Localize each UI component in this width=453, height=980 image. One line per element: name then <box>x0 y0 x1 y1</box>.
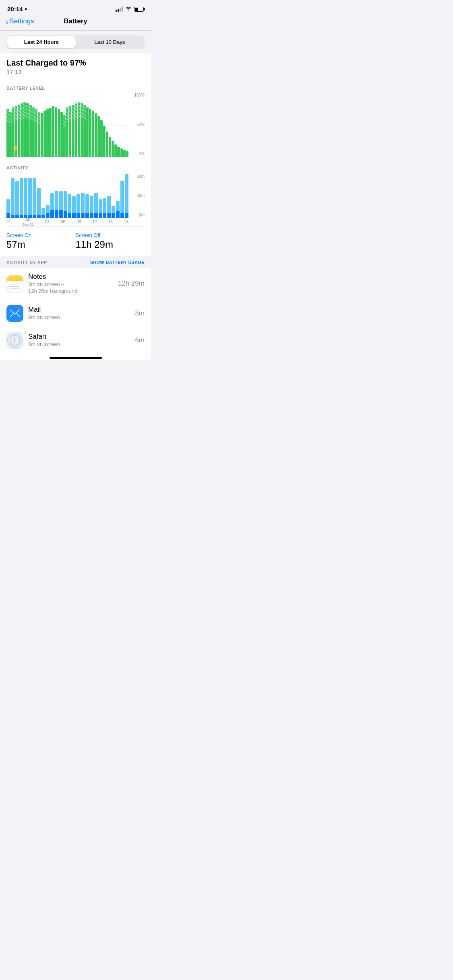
battery-bars-container <box>6 93 128 157</box>
battery-bar-38 <box>114 144 117 157</box>
activity-section: ACTIVITY 60m 30m 0m 21 00 Sep 21 03 06 0… <box>6 157 145 226</box>
activity-bar-group-24 <box>112 174 115 218</box>
safari-app-detail: 6m on screen <box>28 341 130 348</box>
battery-bar-27 <box>83 105 86 157</box>
activity-bar-group-17 <box>81 174 85 218</box>
battery-bar-19 <box>60 112 63 157</box>
battery-bar-7 <box>26 103 29 157</box>
time-range-segment: Last 24 Hours Last 10 Days <box>0 31 151 54</box>
app-row-safari: Safari 6m on screen 6m <box>0 327 151 354</box>
activity-bar-group-23 <box>107 174 111 218</box>
activity-bar-group-12 <box>59 174 63 218</box>
location-icon: ➤ <box>24 6 28 12</box>
screen-on-stat: Screen On 57m <box>6 232 76 250</box>
battery-y-50: 50% <box>137 122 145 127</box>
activity-bar-group-14 <box>68 174 71 218</box>
home-bar <box>50 357 102 359</box>
status-icons <box>116 6 144 12</box>
activity-bar-group-19 <box>90 174 93 218</box>
battery-bar-5 <box>21 103 23 157</box>
notes-app-info: Notes 3m on screen –12h 26m background <box>28 273 113 295</box>
activity-bar-group-22 <box>103 174 107 218</box>
battery-bar-35 <box>106 132 108 157</box>
battery-bar-26 <box>81 103 83 157</box>
charge-time: 17:13 <box>6 68 145 75</box>
battery-bar-16 <box>52 106 54 157</box>
safari-app-time: 6m <box>135 336 145 344</box>
activity-by-app-header: ACTIVITY BY APP SHOW BATTERY USAGE <box>0 256 151 268</box>
mail-app-detail: 8m on screen <box>28 314 130 321</box>
battery-chart: ⚡ 100% 50% 0% <box>6 93 145 157</box>
charge-title: Last Charged to 97% <box>6 58 145 68</box>
activity-y-labels: 60m 30m 0m <box>129 174 145 218</box>
segment-control: Last 24 Hours Last 10 Days <box>6 35 145 49</box>
battery-bar-9 <box>32 107 35 157</box>
x-sub-sep21: Sep 21 <box>22 222 34 227</box>
activity-x-labels: 21 00 Sep 21 03 06 09 12 15 18 <box>6 218 128 226</box>
x-label-09: 09 <box>77 220 81 224</box>
safari-app-name: Safari <box>28 333 130 341</box>
battery-y-labels: 100% 50% 0% <box>129 93 145 157</box>
x-label-00: 00 <box>26 218 30 222</box>
battery-bar-37 <box>112 141 114 157</box>
screen-on-value: 57m <box>6 239 76 250</box>
activity-bar-group-18 <box>85 174 89 218</box>
battery-bar-17 <box>55 107 57 157</box>
battery-bar-24 <box>75 103 77 157</box>
activity-bar-group-9 <box>46 174 50 218</box>
screen-stats: Screen On 57m Screen Off 11h 29m <box>0 226 151 256</box>
battery-bar-31 <box>95 113 97 157</box>
battery-bar-20 <box>63 115 66 157</box>
activity-bar-group-11 <box>55 174 58 218</box>
show-battery-usage-button[interactable]: SHOW BATTERY USAGE <box>90 260 145 265</box>
segment-10d[interactable]: Last 10 Days <box>76 36 144 48</box>
battery-bar-22 <box>69 106 71 157</box>
segment-24h[interactable]: Last 24 Hours <box>7 36 76 48</box>
activity-bar-group-10 <box>50 174 54 218</box>
nav-bar: ‹ Settings Battery <box>0 15 151 30</box>
battery-bar-30 <box>92 111 94 157</box>
safari-app-icon <box>6 332 23 349</box>
activity-bar-group-4 <box>24 174 28 218</box>
notes-app-icon <box>6 275 23 292</box>
battery-bar-6 <box>23 102 26 157</box>
activity-y-30: 30m <box>137 194 145 198</box>
battery-y-100: 100% <box>134 93 145 97</box>
battery-status-icon <box>134 7 144 12</box>
battery-bar-10 <box>35 109 37 157</box>
battery-bar-8 <box>29 105 32 157</box>
mail-app-icon <box>6 305 23 322</box>
battery-bar-34 <box>103 126 105 157</box>
notes-app-detail: 3m on screen –12h 26m background <box>28 281 113 295</box>
status-bar: 20:14 ➤ <box>0 0 151 15</box>
activity-bar-group-7 <box>37 174 41 218</box>
activity-bar-group-1 <box>11 174 14 218</box>
x-label-12: 12 <box>92 220 97 224</box>
page-title: Battery <box>64 17 87 25</box>
battery-bar-23 <box>72 105 74 157</box>
back-button[interactable]: ‹ Settings <box>6 17 34 25</box>
screen-off-value: 11h 29m <box>76 239 145 250</box>
chevron-left-icon: ‹ <box>6 18 8 25</box>
activity-bar-group-5 <box>28 174 32 218</box>
battery-bar-39 <box>117 147 120 157</box>
activity-bar-group-20 <box>94 174 98 218</box>
x-label-21: 21 <box>6 220 11 224</box>
app-row-mail: Mail 8m on screen 8m <box>0 300 151 327</box>
x-label-15: 15 <box>108 220 113 224</box>
activity-bar-group-8 <box>41 174 45 218</box>
activity-bar-group-15 <box>72 174 76 218</box>
battery-bar-14 <box>46 109 49 157</box>
battery-bar-33 <box>100 120 103 157</box>
notes-app-name: Notes <box>28 273 113 281</box>
x-label-18: 18 <box>124 220 128 224</box>
app-row-notes: Notes 3m on screen –12h 26m background 1… <box>0 268 151 300</box>
signal-icon <box>116 6 123 12</box>
charging-icon: ⚡ <box>11 144 20 153</box>
screen-on-label: Screen On <box>6 232 76 238</box>
battery-bar-12 <box>41 113 43 157</box>
activity-bar-group-0 <box>6 174 10 218</box>
wifi-icon <box>125 6 132 12</box>
battery-bar-0 <box>6 109 9 157</box>
activity-bar-group-27 <box>125 174 128 218</box>
